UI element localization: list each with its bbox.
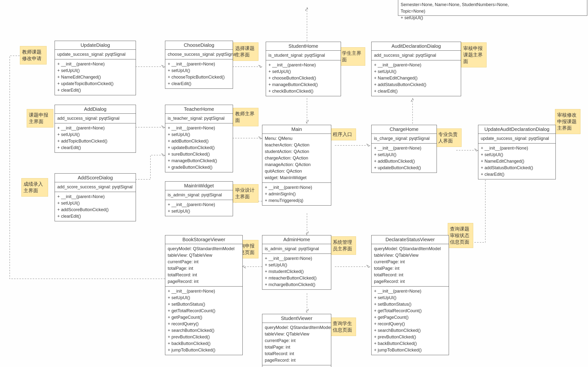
class-ops: + __init__(parent=None) + setUpUI() + Na…: [372, 60, 461, 96]
class-attrs: add_success_signal: pyqtSignal: [372, 51, 461, 60]
note-main: 程序入口: [330, 128, 356, 140]
note-admin-home: 系统管理 员主界面: [330, 236, 356, 255]
note-student-viewer: 查询学生 信息页面: [330, 317, 356, 336]
note-update-audit: 审核修改 申报课题 主界面: [555, 109, 580, 134]
uml-canvas: Semester=None, Name=None, StudentNumbers…: [0, 0, 588, 367]
class-title: TeacherHome: [165, 105, 233, 114]
class-attrs: is_student_signal: pyqtSignal: [266, 51, 341, 60]
class-declarate-status-viewer: DeclarateStatusViewer queryModel: QStand…: [371, 235, 449, 355]
class-title: AuditDeclarationDialog: [372, 42, 461, 51]
class-student-viewer: StudentViewer queryModel: QStandardItemM…: [262, 314, 331, 367]
class-title: AdminHome: [262, 235, 331, 244]
class-title: ChargeHome: [372, 125, 437, 134]
class-fragment-top: Semester=None, Name=None, StudentNumbers…: [398, 0, 587, 16]
class-attrs: choose_success_signal: pyqtSignal: [165, 50, 233, 59]
class-attrs: is_charge_signal: pyqtSignal: [372, 134, 437, 143]
class-admin-home: AdminHome is_admin_signal: pyqtSignal + …: [262, 235, 331, 290]
class-attrs: is_admin_signal: pyqtSignal: [165, 190, 233, 200]
class-attrs: Menu: QMenu teacherAction: QAction stude…: [262, 134, 331, 183]
class-fragment-text: Semester=None, Name=None, StudentNumbers…: [398, 0, 587, 23]
class-attrs: is_teacher_signal: pyqtSignal: [165, 114, 233, 123]
class-title: UpdateDialog: [55, 41, 136, 50]
class-ops: + __init__(parent=None) + setUpUI() + se…: [372, 286, 449, 355]
class-title: AddDialog: [55, 105, 136, 114]
class-main-in-widget: MainInWidget is_admin_signal: pyqtSignal…: [165, 181, 233, 216]
class-ops: + __init__(parent=None) + setUpUI() + ad…: [165, 123, 233, 172]
class-title: StudentHome: [266, 42, 341, 51]
class-ops: + __init__(parent=None): [262, 365, 331, 367]
note-main-in-widget: 毕业设计 主界面: [233, 184, 259, 203]
class-attrs: is_admin_signal: pyqtSignal: [262, 244, 331, 254]
class-add-score-dialog: AddScoreDialog add_score_success_signal:…: [55, 173, 136, 221]
class-main: Main Menu: QMenu teacherAction: QAction …: [262, 125, 331, 206]
class-ops: + __init__(parent=None) + setUpUI() + ms…: [262, 254, 331, 289]
class-title: BookStorageViewer: [165, 235, 242, 244]
class-attrs: update_success_signal: pyqtSignal: [55, 50, 136, 59]
class-ops: + __init__(parent=None) + setUpUI() + Na…: [55, 59, 136, 95]
class-attrs: queryModel: QStandardItemModel tableView…: [165, 244, 242, 286]
class-ops: + __init__(parent=None) + setUpUI() + se…: [165, 286, 242, 355]
class-title: AddScoreDialog: [55, 174, 136, 182]
class-ops: + __init__(parent=None) + setUpUI() + ch…: [266, 60, 341, 96]
class-title: MainInWidget: [165, 182, 233, 190]
class-title: ChooseDialog: [165, 41, 233, 50]
note-charge-home: 专业负责 人界面: [436, 128, 462, 147]
class-title: DeclarateStatusViewer: [372, 235, 449, 244]
class-ops: + __init__(parent=None) + setUpUI() + Na…: [478, 143, 555, 179]
note-update-dialog: 教师课题 修改申请: [20, 46, 47, 65]
class-attrs: queryModel: QStandardItemModel tableView…: [262, 323, 331, 365]
class-ops: + __init__(parent=None) + setUpUI() + ad…: [372, 143, 437, 173]
note-choose-dialog: 选择课题 主界面: [233, 42, 259, 61]
note-teacher-home: 教师主界 面: [233, 108, 259, 126]
class-title: Main: [262, 125, 331, 134]
note-audit-declaration: 审核申报 课题主界 面: [461, 42, 487, 67]
class-update-dialog: UpdateDialog update_success_signal: pyqt…: [55, 41, 136, 95]
note-add-dialog: 课题申报 主界面: [27, 109, 53, 127]
class-charge-home: ChargeHome is_charge_signal: pyqtSignal …: [371, 125, 437, 173]
class-student-home: StudentHome is_student_signal: pyqtSigna…: [266, 42, 341, 96]
class-choose-dialog: ChooseDialog choose_success_signal: pyqt…: [165, 41, 233, 89]
class-ops: + __init__(parent=None) + setUpUI(): [165, 200, 233, 216]
class-attrs: add_score_success_signal: pyqtSignal: [55, 182, 136, 192]
class-ops: + __init__(parent=None) + setUpUI() + ad…: [55, 192, 136, 221]
class-ops: + __init__(parent=None) + setUpUI() + ch…: [165, 59, 233, 89]
class-update-audit-declaration: UpdateAuditDeclarationDialog update_succ…: [478, 125, 556, 179]
class-title: UpdateAuditDeclarationDialog: [478, 125, 555, 134]
note-declarate-status: 查询课题 审核状态 信息页面: [448, 223, 473, 248]
class-title: StudentViewer: [262, 314, 331, 323]
class-ops: + __init__(parent=None) + adminSignIn() …: [262, 183, 331, 205]
class-attrs: add_success_signal: pyqtSignal: [55, 114, 136, 123]
class-audit-declaration: AuditDeclarationDialog add_success_signa…: [371, 42, 461, 96]
note-student-home: 学生主界 面: [340, 47, 365, 66]
class-attrs: queryModel: QStandardItemModel tableView…: [372, 244, 449, 286]
class-book-storage-viewer: BookStorageViewer queryModel: QStandardI…: [165, 235, 243, 355]
class-attrs: update_success_signal: pyqtSignal: [478, 134, 555, 143]
note-add-score: 成绩录入 主界面: [21, 178, 48, 197]
class-ops: + __init__(parent=None) + setUpUI() + ad…: [55, 123, 136, 152]
class-add-dialog: AddDialog add_success_signal: pyqtSignal…: [55, 105, 136, 153]
class-teacher-home: TeacherHome is_teacher_signal: pyqtSigna…: [165, 105, 233, 172]
